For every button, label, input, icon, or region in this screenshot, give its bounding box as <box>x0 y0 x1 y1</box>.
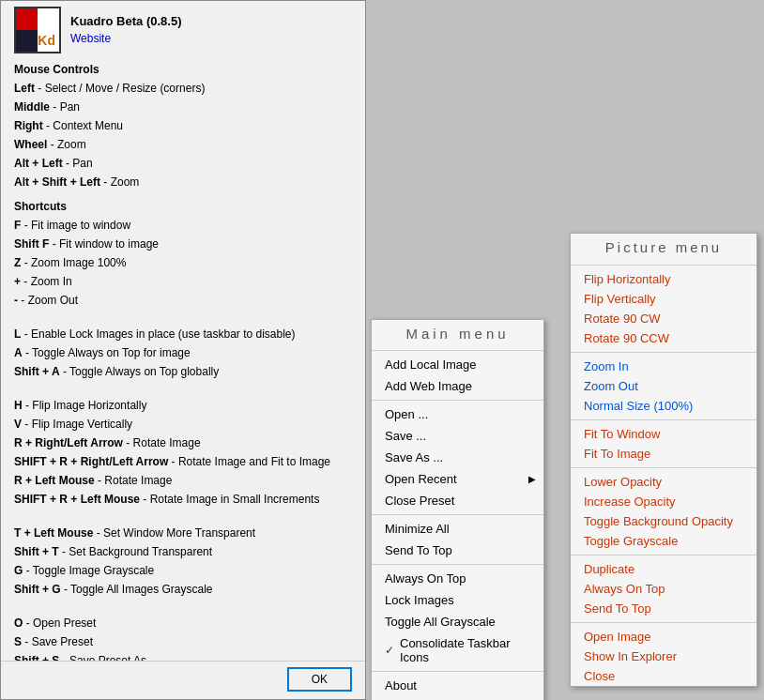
pic-toggle-grayscale[interactable]: Toggle Grayscale <box>571 531 756 551</box>
menu-consolidate-taskbar[interactable]: ✓ Consolidate Taskbar Icons <box>372 632 543 668</box>
pic-lower-opacity[interactable]: Lower Opacity <box>571 472 756 492</box>
pic-sep-5 <box>571 622 756 623</box>
menu-add-web-image[interactable]: Add Web Image <box>372 375 543 397</box>
pic-send-to-top[interactable]: Send To Top <box>571 599 756 618</box>
pic-close[interactable]: Close <box>571 666 756 686</box>
pic-fit-to-window[interactable]: Fit To Window <box>571 424 756 444</box>
pic-duplicate[interactable]: Duplicate <box>571 559 756 579</box>
mouse-left: Left - Select / Move / Resize (corners) <box>14 80 352 97</box>
pic-show-in-explorer[interactable]: Show In Explorer <box>571 647 756 666</box>
main-menu-sep-0 <box>372 350 543 351</box>
menu-save[interactable]: Save ... <box>372 425 543 447</box>
menu-send-to-top[interactable]: Send To Top <box>372 540 543 561</box>
menu-about[interactable]: About <box>372 675 543 696</box>
shortcut-shift-f: Shift F - Fit window to image <box>14 236 352 252</box>
menu-save-as[interactable]: Save As ... <box>372 447 543 468</box>
pic-sep-1 <box>571 352 756 353</box>
pic-rotate-90-ccw[interactable]: Rotate 90 CCW <box>571 328 756 348</box>
shortcut-o: O - Open Preset <box>14 615 352 632</box>
pic-toggle-bg-opacity[interactable]: Toggle Background Opacity <box>571 511 756 531</box>
menu-lock-images[interactable]: Lock Images <box>372 589 543 611</box>
pic-flip-vertically[interactable]: Flip Vertically <box>571 289 756 309</box>
pic-fit-to-image[interactable]: Fit To Image <box>571 444 756 464</box>
logo-kd-text: Kd <box>38 33 55 48</box>
shortcut-h: H - Flip Image Horizontally <box>14 397 352 414</box>
pic-sep-0 <box>571 265 756 266</box>
pic-increase-opacity[interactable]: Increase Opacity <box>571 492 756 511</box>
mouse-controls-heading: Mouse Controls <box>14 63 352 76</box>
mouse-controls-list: Left - Select / Move / Resize (corners) … <box>14 80 352 190</box>
shortcut-shift-s: Shift + S - Save Preset As <box>14 652 352 661</box>
consolidate-check: ✓ <box>385 644 394 657</box>
shortcut-r-arrow: R + Right/Left Arrow - Rotate Image <box>14 434 352 451</box>
shortcut-s: S - Save Preset <box>14 633 352 650</box>
shortcut-shift-t: Shift + T - Set Background Transparent <box>14 543 352 560</box>
menu-always-on-top[interactable]: Always On Top <box>372 568 543 589</box>
main-menu-sep-3 <box>372 564 543 565</box>
pic-flip-horizontally[interactable]: Flip Horizontally <box>571 269 756 289</box>
shortcut-v: V - Flip Image Vertically <box>14 416 352 433</box>
shortcut-g: G - Toggle Image Grayscale <box>14 562 352 579</box>
about-dialog: Kd Kuadro Beta (0.8.5) Website Mouse Con… <box>0 0 366 700</box>
menu-toggle-all-grayscale[interactable]: Toggle All Grayscale <box>372 611 543 632</box>
picture-menu-title: Picture menu <box>571 234 756 261</box>
shortcut-shift-r-arrow: SHIFT + R + Right/Left Arrow - Rotate Im… <box>14 453 352 470</box>
shortcut-l: L - Enable Lock Images in place (use tas… <box>14 326 352 342</box>
pic-rotate-90-cw[interactable]: Rotate 90 CW <box>571 309 756 328</box>
pic-always-on-top[interactable]: Always On Top <box>571 579 756 599</box>
pic-open-image[interactable]: Open Image <box>571 627 756 647</box>
pic-normal-size[interactable]: Normal Size (100%) <box>571 396 756 416</box>
dialog-footer: OK <box>1 661 365 699</box>
shortcut-plus: + - Zoom In <box>14 273 352 290</box>
shortcuts-list: F - Fit image to window Shift F - Fit wi… <box>14 217 352 661</box>
ok-button[interactable]: OK <box>287 667 352 692</box>
menu-open[interactable]: Open ... <box>372 403 543 425</box>
menu-add-local-image[interactable]: Add Local Image <box>372 354 543 375</box>
shortcut-z: Z - Zoom Image 100% <box>14 254 352 271</box>
main-menu-sep-1 <box>372 400 543 401</box>
shortcut-minus: - - Zoom Out <box>14 292 352 309</box>
mouse-right: Right - Context Menu <box>14 117 352 134</box>
menu-minimize-all[interactable]: Minimize All <box>372 518 543 540</box>
main-menu-sep-2 <box>372 514 543 515</box>
shortcut-shift-g: Shift + G - Toggle All Images Grayscale <box>14 581 352 598</box>
pic-sep-2 <box>571 419 756 420</box>
mouse-alt-shift-left: Alt + Shift + Left - Zoom <box>14 174 352 190</box>
pic-sep-3 <box>571 467 756 468</box>
shortcut-f: F - Fit image to window <box>14 217 352 234</box>
shortcuts-heading: Shortcuts <box>14 200 352 213</box>
shortcut-shift-r-mouse: SHIFT + R + Left Mouse - Rotate Image in… <box>14 491 352 508</box>
main-menu: Main menu Add Local Image Add Web Image … <box>371 319 544 700</box>
menu-close-preset[interactable]: Close Preset <box>372 490 543 511</box>
shortcut-shift-a: Shift + A - Toggle Always on Top globall… <box>14 363 352 380</box>
pic-zoom-in[interactable]: Zoom In <box>571 357 756 376</box>
website-link[interactable]: Website <box>70 32 111 45</box>
menu-open-recent[interactable]: Open Recent <box>372 468 543 490</box>
app-logo: Kd <box>14 7 61 53</box>
mouse-wheel: Wheel - Zoom <box>14 136 352 153</box>
mouse-alt-left: Alt + Left - Pan <box>14 155 352 172</box>
mouse-middle: Middle - Pan <box>14 99 352 115</box>
main-menu-title: Main menu <box>372 320 543 347</box>
main-menu-sep-4 <box>372 671 543 672</box>
shortcut-a: A - Toggle Always on Top for image <box>14 344 352 361</box>
picture-menu: Picture menu Flip Horizontally Flip Vert… <box>570 233 757 687</box>
shortcut-r-mouse: R + Left Mouse - Rotate Image <box>14 472 352 489</box>
pic-zoom-out[interactable]: Zoom Out <box>571 376 756 396</box>
pic-sep-4 <box>571 555 756 555</box>
dialog-title: Kuadro Beta (0.8.5) <box>70 7 181 32</box>
shortcut-t-mouse: T + Left Mouse - Set Window More Transpa… <box>14 525 352 541</box>
logo-area: Kd Kuadro Beta (0.8.5) Website <box>14 7 352 53</box>
menu-quit[interactable]: Quit <box>372 696 543 700</box>
